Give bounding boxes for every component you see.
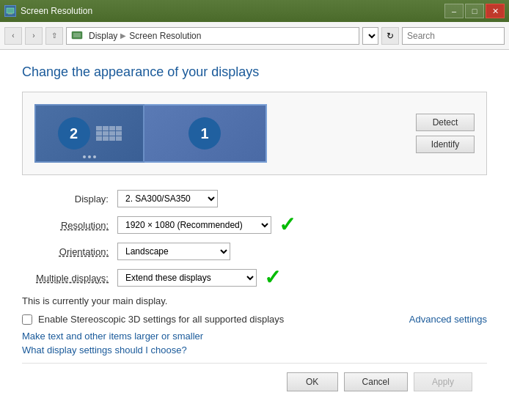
multiple-displays-select[interactable]: Extend these displays Duplicate these di… <box>117 269 257 287</box>
monitors-container: 2 1 <box>34 104 416 163</box>
up-button[interactable]: ⇧ <box>45 27 63 45</box>
stereoscopic-row: Enable Stereoscopic 3D settings for all … <box>22 314 487 325</box>
main-content: Change the appearance of your displays 2 <box>0 50 509 420</box>
display-label: Display: <box>22 194 117 205</box>
breadcrumb: Display ▶ Screen Resolution <box>71 30 201 42</box>
back-button[interactable]: ‹ <box>4 27 22 45</box>
window-title: Screen Resolution <box>21 6 92 16</box>
stereoscopic-label: Enable Stereoscopic 3D settings for all … <box>38 314 284 325</box>
maximize-button[interactable]: □ <box>465 4 484 18</box>
resolution-label: Resolution: <box>22 220 117 231</box>
detect-button[interactable]: Detect <box>416 114 475 131</box>
multiple-displays-label: Multiple displays: <box>22 273 117 284</box>
cancel-button[interactable]: Cancel <box>344 372 408 391</box>
svg-rect-0 <box>7 8 14 13</box>
search-input[interactable] <box>407 31 509 41</box>
svg-rect-1 <box>8 13 12 15</box>
multiple-displays-checkmark: ✓ <box>264 268 281 288</box>
resolution-select[interactable]: 1920 × 1080 (Recommended) 1600 × 900 128… <box>117 216 271 234</box>
search-box <box>402 27 505 45</box>
monitor-2-grid <box>96 126 122 141</box>
forward-button[interactable]: › <box>25 27 43 45</box>
svg-rect-3 <box>73 33 81 37</box>
monitor-2-dots <box>83 155 96 158</box>
multiple-displays-row: Multiple displays: Extend these displays… <box>22 268 487 288</box>
larger-smaller-link[interactable]: Make text and other items larger or smal… <box>22 331 487 342</box>
display-settings-link[interactable]: What display settings should I choose? <box>22 345 487 355</box>
address-bar: ‹ › ⇧ Display ▶ Screen Resolution ↻ <box>0 22 509 50</box>
identify-button[interactable]: Identify <box>416 136 475 153</box>
address-input[interactable]: Display ▶ Screen Resolution <box>66 27 359 45</box>
orientation-row: Orientation: Landscape Portrait Landscap… <box>22 243 487 260</box>
button-row: OK Cancel Apply <box>22 363 487 399</box>
monitor-2-circle: 2 <box>58 117 90 150</box>
main-display-text: This is currently your main display. <box>22 295 487 306</box>
page-heading: Change the appearance of your displays <box>22 65 487 80</box>
monitor-2[interactable]: 2 <box>34 104 144 163</box>
close-button[interactable]: ✕ <box>486 4 505 18</box>
address-dropdown[interactable] <box>362 27 378 45</box>
display-row: Display: 2. SA300/SA350 1. Default <box>22 190 487 207</box>
display-select[interactable]: 2. SA300/SA350 1. Default <box>117 190 218 207</box>
orientation-select[interactable]: Landscape Portrait Landscape (flipped) P… <box>117 243 230 260</box>
orientation-label: Orientation: <box>22 246 117 257</box>
advanced-settings-link[interactable]: Advanced settings <box>409 314 487 325</box>
breadcrumb-screen-res: Screen Resolution <box>129 31 201 41</box>
apply-button[interactable]: Apply <box>414 372 472 391</box>
title-bar: Screen Resolution – □ ✕ <box>0 0 509 22</box>
crumb-separator: ▶ <box>120 32 126 40</box>
monitor-1-circle: 1 <box>188 117 221 150</box>
detect-identify-buttons: Detect Identify <box>416 114 475 153</box>
resolution-checkmark: ✓ <box>279 215 296 235</box>
title-bar-left: Screen Resolution <box>4 5 92 17</box>
breadcrumb-display: Display <box>89 31 117 41</box>
ok-button[interactable]: OK <box>287 372 338 391</box>
monitor-area: 2 1 Detect Identify <box>22 92 487 175</box>
app-icon <box>4 5 16 17</box>
resolution-row: Resolution: 1920 × 1080 (Recommended) 16… <box>22 215 487 235</box>
stereoscopic-checkbox[interactable] <box>22 314 32 325</box>
monitor-1[interactable]: 1 <box>142 104 267 163</box>
refresh-button[interactable]: ↻ <box>381 27 399 45</box>
minimize-button[interactable]: – <box>444 4 464 18</box>
window-controls: – □ ✕ <box>444 4 505 18</box>
